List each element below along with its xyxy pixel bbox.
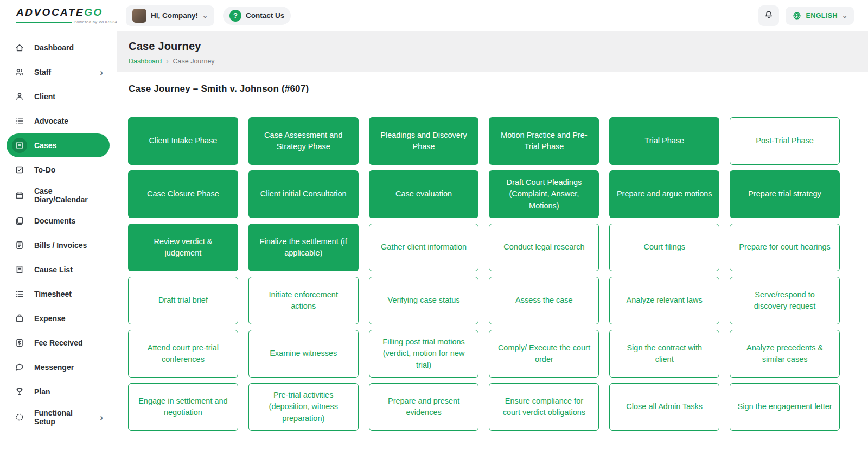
sidebar-item-bills-invoices[interactable]: Bills / Invoices › — [7, 233, 110, 257]
journey-card-label: Case evaluation — [395, 188, 452, 200]
breadcrumb-dashboard-link[interactable]: Dashboard — [129, 58, 162, 65]
sidebar-item-cause-list[interactable]: Cause List › — [7, 258, 110, 282]
messenger-icon — [12, 360, 27, 375]
account-menu[interactable]: Hi, Company! ⌄ — [126, 5, 214, 26]
journey-card-initiate-enforcement-actions[interactable]: Initiate enforcement actions — [248, 277, 359, 324]
sidebar-item-label: Plan — [34, 387, 93, 396]
globe-icon — [792, 11, 802, 21]
journey-card-draft-court-pleadings-complaint-answer-motions[interactable]: Draft Court Pleadings (Complaint, Answer… — [489, 170, 599, 218]
sidebar-item-label: Timesheet — [34, 290, 93, 298]
logo-underline — [16, 22, 72, 23]
sidebar-item-to-do[interactable]: To-Do › — [7, 158, 110, 182]
journey-grid: Client Intake Phase Case Assessment and … — [117, 105, 868, 442]
journey-card-prepare-and-present-evidences[interactable]: Prepare and present evidences — [369, 383, 479, 431]
journey-card-finalize-the-settlement-if-applicable[interactable]: Finalize the settlement (if applicable) — [248, 224, 359, 271]
sidebar-item-functional-setup[interactable]: Functional Setup › — [7, 404, 110, 430]
sidebar-item-dashboard[interactable]: Dashboard › — [7, 36, 110, 60]
journey-card-label: Post-Trial Phase — [756, 135, 814, 146]
journey-card-prepare-and-argue-motions[interactable]: Prepare and argue motions — [609, 170, 719, 218]
plan-icon — [12, 384, 27, 399]
sidebar-item-documents[interactable]: Documents › — [7, 209, 110, 233]
journey-card-label: Pleadings and Discovery Phase — [376, 130, 472, 152]
journey-card-analyze-relevant-laws[interactable]: Analyze relevant laws — [609, 277, 719, 324]
journey-card-label: Case Assessment and Strategy Phase — [256, 130, 352, 152]
sidebar-item-case-diary-calendar[interactable]: Case Diary/Calendar › — [7, 182, 110, 208]
journey-card-pre-trial-activities-deposition-witness-preparation[interactable]: Pre-trial activities (deposition, witnes… — [248, 383, 359, 431]
page-header: Case Journey Dashboard › Case Journey — [117, 31, 868, 72]
journey-card-case-assessment-and-strategy-phase[interactable]: Case Assessment and Strategy Phase — [248, 117, 359, 165]
breadcrumb-separator: › — [166, 57, 168, 65]
sidebar-item-label: Case Diary/Calendar — [34, 187, 93, 204]
journey-card-close-all-admin-tasks[interactable]: Close all Admin Tasks — [609, 383, 719, 431]
journey-card-label: Motion Practice and Pre-Trial Phase — [496, 130, 592, 152]
sidebar-item-cases[interactable]: Cases › — [7, 133, 110, 157]
sidebar-item-timesheet[interactable]: Timesheet › — [7, 282, 110, 306]
journey-card-label: Review verdict & judgement — [135, 236, 231, 259]
journey-card-comply-execute-the-court-order[interactable]: Comply/ Execute the court order — [489, 330, 599, 378]
greeting-label: Hi, Company! — [151, 11, 198, 20]
journey-card-label: Prepare and present evidences — [376, 395, 471, 418]
journey-card-label: Examine witnesses — [270, 348, 337, 359]
journey-card-label: Sign the contract with client — [617, 342, 712, 365]
journey-card-trial-phase[interactable]: Trial Phase — [609, 117, 719, 165]
journey-card-verifying-case-status[interactable]: Verifying case status — [369, 277, 479, 324]
home-icon — [12, 40, 27, 55]
journey-card-review-verdict-judgement[interactable]: Review verdict & judgement — [128, 224, 238, 271]
top-header: ADVOCATEGO Powered by WORK24 Hi, Company… — [0, 0, 868, 31]
journey-card-analyze-precedents-similar-cases[interactable]: Analyze precedents & similar cases — [730, 330, 840, 378]
journey-card-label: Serve/respond to discovery request — [737, 289, 832, 312]
functional-setup-icon — [12, 410, 27, 425]
journey-card-label: Comply/ Execute the court order — [496, 342, 591, 365]
expense-icon — [12, 311, 27, 326]
journey-card-attend-court-pre-trial-conferences[interactable]: Attend court pre-trial conferences — [128, 330, 238, 378]
contact-us-button[interactable]: ? Contact Us — [223, 7, 291, 25]
documents-icon — [12, 213, 27, 228]
journey-card-label: Analyze relevant laws — [627, 295, 703, 306]
journey-card-sign-the-engagement-letter[interactable]: Sign the engagement letter — [730, 383, 840, 431]
breadcrumb: Dashboard › Case Journey — [129, 57, 855, 65]
journey-card-pleadings-and-discovery-phase[interactable]: Pleadings and Discovery Phase — [369, 117, 479, 165]
invoice-icon — [12, 238, 27, 253]
journey-card-ensure-compliance-for-court-verdict-obligations[interactable]: Ensure compliance for court verdict obli… — [489, 383, 599, 431]
journey-card-court-filings[interactable]: Court filings — [609, 224, 719, 271]
notifications-button[interactable] — [758, 5, 779, 26]
journey-card-engage-in-settlement-and-negotiation[interactable]: Engage in settlement and negotiation — [128, 383, 238, 431]
journey-card-label: Engage in settlement and negotiation — [136, 395, 231, 418]
journey-card-label: Trial Phase — [644, 135, 684, 146]
sidebar-item-expense[interactable]: Expense › — [7, 307, 110, 330]
language-selector[interactable]: ENGLISH ⌄ — [786, 7, 854, 25]
journey-card-conduct-legal-research[interactable]: Conduct legal research — [489, 224, 599, 271]
sidebar-item-messenger[interactable]: Messenger › — [7, 355, 110, 379]
journey-card-prepare-for-court-hearings[interactable]: Prepare for court hearings — [730, 224, 840, 271]
checklist-icon — [12, 113, 27, 129]
journey-card-label: Gather client information — [381, 241, 467, 253]
journey-card-sign-the-contract-with-client[interactable]: Sign the contract with client — [609, 330, 719, 378]
sidebar-item-staff[interactable]: Staff › — [7, 60, 110, 84]
journey-card-client-intake-phase[interactable]: Client Intake Phase — [128, 117, 238, 165]
journey-card-motion-practice-and-pre-trial-phase[interactable]: Motion Practice and Pre-Trial Phase — [489, 117, 599, 165]
sidebar-item-client[interactable]: Client › — [7, 85, 110, 109]
journey-card-label: Conduct legal research — [503, 241, 584, 253]
sidebar-item-advocate[interactable]: Advocate › — [7, 109, 110, 133]
case-file-icon — [12, 138, 27, 153]
sidebar-item-fee-received[interactable]: Fee Received › — [7, 331, 110, 355]
todo-icon — [12, 162, 27, 177]
journey-card-assess-the-case[interactable]: Assess the case — [489, 277, 599, 324]
sidebar-item-label: Staff — [34, 68, 93, 76]
journey-card-post-trial-phase[interactable]: Post-Trial Phase — [730, 117, 840, 165]
journey-card-serve-respond-to-discovery-request[interactable]: Serve/respond to discovery request — [730, 277, 840, 324]
journey-card-client-initial-consultation[interactable]: Client initial Consultation — [248, 170, 359, 218]
journey-card-examine-witnesses[interactable]: Examine witnesses — [248, 330, 359, 378]
journey-card-label: Court filings — [643, 241, 685, 253]
journey-card-case-closure-phase[interactable]: Case Closure Phase — [128, 170, 238, 218]
sidebar-item-plan[interactable]: Plan › — [7, 380, 110, 404]
journey-card-label: Attend court pre-trial conferences — [136, 342, 231, 365]
journey-card-gather-client-information[interactable]: Gather client information — [369, 224, 479, 271]
journey-card-case-evaluation[interactable]: Case evaluation — [369, 170, 479, 218]
journey-card-filling-post-trial-motions-verdict-motion-for-new-trial[interactable]: Filling post trial motions (verdict, mot… — [369, 330, 479, 378]
fee-received-icon — [12, 335, 27, 350]
journey-card-draft-trial-brief[interactable]: Draft trial brief — [128, 277, 238, 324]
journey-card-prepare-trial-strategy[interactable]: Prepare trial strategy — [730, 170, 840, 218]
app: ADVOCATEGO Powered by WORK24 Hi, Company… — [0, 0, 868, 453]
logo-tagline: Powered by WORK24 — [74, 20, 117, 24]
